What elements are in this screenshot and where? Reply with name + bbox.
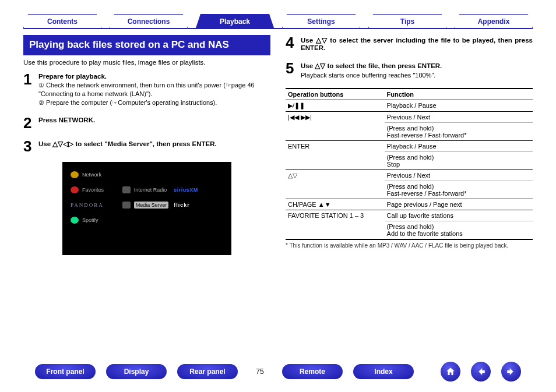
btn-cell: |◀◀ ▶▶| bbox=[286, 111, 385, 140]
btn-cell: ▶/❚❚ bbox=[286, 100, 385, 111]
pill-index[interactable]: Index bbox=[353, 364, 414, 379]
flickr-logo: flickr bbox=[174, 202, 190, 208]
server-icon bbox=[122, 202, 131, 209]
right-column: 4 Use △▽ to select the server including … bbox=[286, 35, 533, 261]
screen-spotify: Spotify bbox=[82, 217, 98, 223]
fn-cell: Page previous / Page next bbox=[385, 199, 533, 210]
tab-tips[interactable]: Tips bbox=[368, 14, 446, 28]
intro-text: Use this procedure to play music files, … bbox=[23, 59, 270, 66]
radio-icon bbox=[122, 186, 131, 193]
fn-cell: Call up favorite stations bbox=[385, 210, 533, 221]
pill-display[interactable]: Display bbox=[106, 364, 167, 379]
btn-cell: FAVORITE STATION 1 – 3 bbox=[286, 210, 385, 239]
step-number: 3 bbox=[23, 139, 34, 154]
step-head: Use △▽ to select the server including th… bbox=[301, 36, 533, 51]
tab-settings[interactable]: Settings bbox=[282, 14, 360, 28]
step-1: 1 Prepare for playback. ① Check the netw… bbox=[23, 72, 270, 107]
prev-button[interactable] bbox=[471, 362, 491, 382]
globe-icon bbox=[71, 171, 79, 178]
btn-cell: ENTER bbox=[286, 140, 385, 169]
fn-cell: Playback / Pause bbox=[385, 100, 533, 111]
step-head: Use △▽◁▷ to select "Media Server", then … bbox=[38, 140, 270, 148]
step-3: 3 Use △▽◁▷ to select "Media Server", the… bbox=[23, 139, 270, 154]
heart-icon bbox=[71, 186, 79, 193]
arrow-right-icon bbox=[506, 366, 516, 377]
th-function: Function bbox=[385, 89, 533, 100]
step-4: 4 Use △▽ to select the server including … bbox=[286, 35, 533, 52]
step-number: 1 bbox=[23, 72, 34, 107]
footnote: * This function is available while an MP… bbox=[286, 242, 533, 249]
tab-appendix[interactable]: Appendix bbox=[455, 14, 533, 28]
section-title: Playing back files stored on a PC and NA… bbox=[23, 35, 270, 55]
next-button[interactable] bbox=[501, 362, 521, 382]
step-head: Use △▽ to select the file, then press EN… bbox=[301, 62, 533, 70]
step-5: 5 Use △▽ to select the file, then press … bbox=[286, 61, 533, 80]
pill-remote[interactable]: Remote bbox=[282, 364, 343, 379]
pill-front-panel[interactable]: Front panel bbox=[35, 364, 96, 379]
step-number: 2 bbox=[23, 115, 34, 130]
step-number: 5 bbox=[286, 61, 296, 80]
screen-mediaserver: Media Server bbox=[134, 202, 169, 209]
top-tabs: Contents Connections Playback Settings T… bbox=[23, 14, 533, 29]
network-screen: Network Favorites Internet Radio siriusX… bbox=[62, 162, 231, 255]
btn-cell: CH/PAGE ▲▼ bbox=[286, 199, 385, 210]
page-number: 75 bbox=[248, 368, 272, 376]
step-sub: ① Check the network environment, then tu… bbox=[38, 81, 270, 98]
step-sub: Playback starts once buffering reaches "… bbox=[301, 71, 533, 80]
fn-cell: Previous / Next bbox=[385, 169, 533, 181]
operation-table: Operation buttons Function ▶/❚❚Playback … bbox=[286, 88, 533, 240]
home-icon bbox=[445, 366, 456, 377]
fn-cell: Previous / Next bbox=[385, 111, 533, 122]
arrow-left-icon bbox=[476, 366, 486, 377]
fn-cell: (Press and hold) Stop bbox=[385, 151, 533, 169]
tab-connections[interactable]: Connections bbox=[110, 14, 188, 28]
screen-favorites: Favorites bbox=[82, 187, 104, 193]
btn-cell: △▽ bbox=[286, 169, 385, 199]
tab-contents[interactable]: Contents bbox=[23, 14, 101, 28]
step-number: 4 bbox=[286, 35, 296, 52]
fn-cell: (Press and hold) Add to the favorite sta… bbox=[385, 221, 533, 239]
home-button[interactable] bbox=[441, 362, 460, 382]
step-head: Prepare for playback. bbox=[38, 73, 270, 80]
th-buttons: Operation buttons bbox=[286, 89, 385, 100]
step-sub: ② Prepare the computer (☞Computer's oper… bbox=[38, 98, 270, 107]
fn-cell: (Press and hold) Fast-reverse / Fast-for… bbox=[385, 122, 533, 140]
fn-cell: Playback / Pause bbox=[385, 140, 533, 151]
pandora-logo: PANDORA bbox=[71, 202, 104, 208]
pill-rear-panel[interactable]: Rear panel bbox=[177, 364, 238, 379]
step-2: 2 Press NETWORK. bbox=[23, 115, 270, 130]
left-column: Playing back files stored on a PC and NA… bbox=[23, 35, 270, 261]
fn-cell: (Press and hold) Fast-reverse / Fast-for… bbox=[385, 181, 533, 199]
screen-iradio: Internet Radio bbox=[134, 187, 167, 193]
spotify-icon bbox=[71, 217, 79, 224]
tab-playback[interactable]: Playback bbox=[196, 14, 274, 28]
bottom-bar: Front panel Display Rear panel 75 Remote… bbox=[0, 362, 556, 382]
siriusxm-logo: siriusXM bbox=[174, 187, 198, 193]
screen-title: Network bbox=[82, 172, 101, 178]
step-head: Press NETWORK. bbox=[38, 116, 270, 123]
